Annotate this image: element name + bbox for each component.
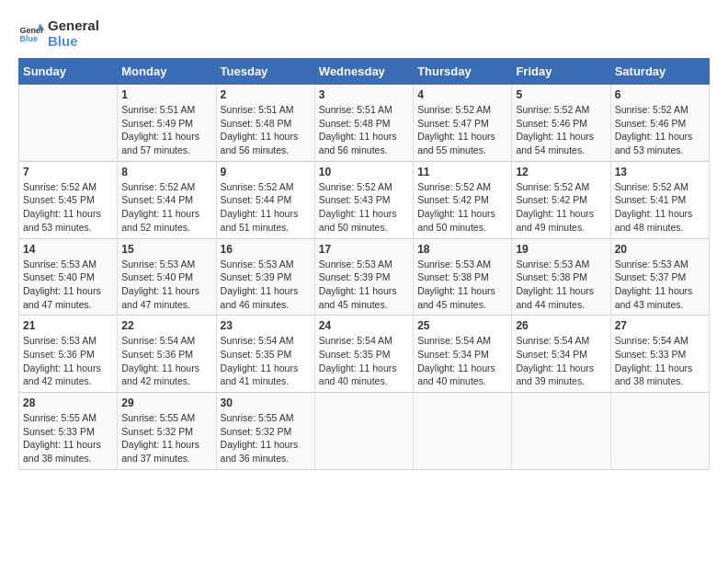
calendar-cell: 27Sunrise: 5:54 AM Sunset: 5:33 PM Dayli… — [610, 316, 709, 393]
col-header-thursday: Thursday — [414, 59, 512, 85]
day-info: Sunrise: 5:54 AM Sunset: 5:34 PM Dayligh… — [516, 334, 606, 388]
day-info: Sunrise: 5:51 AM Sunset: 5:48 PM Dayligh… — [221, 103, 311, 157]
calendar-week-5: 28Sunrise: 5:55 AM Sunset: 5:33 PM Dayli… — [19, 393, 710, 470]
day-number: 8 — [121, 166, 211, 178]
logo: General Blue General Blue — [18, 18, 99, 49]
day-number: 4 — [417, 88, 507, 101]
day-number: 22 — [121, 319, 211, 332]
calendar-cell — [314, 393, 413, 470]
day-info: Sunrise: 5:53 AM Sunset: 5:38 PM Dayligh… — [417, 258, 507, 312]
day-number: 2 — [221, 88, 311, 101]
header: General Blue General Blue — [18, 18, 710, 49]
calendar-week-4: 21Sunrise: 5:53 AM Sunset: 5:36 PM Dayli… — [19, 316, 710, 393]
day-info: Sunrise: 5:52 AM Sunset: 5:44 PM Dayligh… — [221, 180, 311, 235]
day-number: 17 — [319, 243, 409, 256]
calendar-cell: 13Sunrise: 5:52 AM Sunset: 5:41 PM Dayli… — [610, 161, 709, 238]
day-info: Sunrise: 5:55 AM Sunset: 5:32 PM Dayligh… — [221, 411, 311, 465]
calendar-cell: 8Sunrise: 5:52 AM Sunset: 5:44 PM Daylig… — [118, 161, 216, 238]
day-number: 12 — [516, 166, 606, 178]
calendar-cell: 9Sunrise: 5:52 AM Sunset: 5:44 PM Daylig… — [216, 161, 314, 238]
day-number: 10 — [319, 166, 409, 178]
day-info: Sunrise: 5:55 AM Sunset: 5:32 PM Dayligh… — [121, 411, 211, 465]
day-info: Sunrise: 5:52 AM Sunset: 5:46 PM Dayligh… — [615, 103, 705, 157]
calendar-cell: 24Sunrise: 5:54 AM Sunset: 5:35 PM Dayli… — [314, 316, 413, 393]
calendar-cell: 18Sunrise: 5:53 AM Sunset: 5:38 PM Dayli… — [414, 238, 512, 316]
day-info: Sunrise: 5:52 AM Sunset: 5:47 PM Dayligh… — [417, 103, 507, 157]
calendar-cell: 4Sunrise: 5:52 AM Sunset: 5:47 PM Daylig… — [414, 85, 512, 162]
day-info: Sunrise: 5:53 AM Sunset: 5:39 PM Dayligh… — [319, 258, 409, 312]
day-number: 24 — [319, 319, 409, 332]
day-number: 14 — [23, 243, 113, 256]
calendar-cell: 28Sunrise: 5:55 AM Sunset: 5:33 PM Dayli… — [19, 393, 118, 470]
day-info: Sunrise: 5:53 AM Sunset: 5:38 PM Dayligh… — [516, 258, 606, 312]
calendar-cell: 6Sunrise: 5:52 AM Sunset: 5:46 PM Daylig… — [610, 85, 709, 162]
col-header-sunday: Sunday — [19, 59, 118, 85]
day-number: 28 — [23, 396, 113, 409]
day-info: Sunrise: 5:52 AM Sunset: 5:44 PM Dayligh… — [121, 180, 211, 235]
calendar-cell: 2Sunrise: 5:51 AM Sunset: 5:48 PM Daylig… — [216, 85, 314, 162]
day-info: Sunrise: 5:54 AM Sunset: 5:34 PM Dayligh… — [417, 334, 507, 388]
day-info: Sunrise: 5:53 AM Sunset: 5:39 PM Dayligh… — [221, 258, 311, 312]
day-number: 27 — [615, 319, 705, 332]
day-number: 19 — [516, 243, 606, 256]
calendar-cell: 14Sunrise: 5:53 AM Sunset: 5:40 PM Dayli… — [19, 238, 118, 316]
calendar-week-3: 14Sunrise: 5:53 AM Sunset: 5:40 PM Dayli… — [19, 238, 710, 316]
day-info: Sunrise: 5:54 AM Sunset: 5:35 PM Dayligh… — [221, 334, 311, 388]
calendar-cell: 21Sunrise: 5:53 AM Sunset: 5:36 PM Dayli… — [19, 316, 118, 393]
day-number: 30 — [221, 396, 311, 409]
calendar-cell: 1Sunrise: 5:51 AM Sunset: 5:49 PM Daylig… — [118, 85, 216, 162]
day-info: Sunrise: 5:51 AM Sunset: 5:49 PM Dayligh… — [121, 103, 211, 157]
day-number: 9 — [221, 166, 311, 178]
day-number: 20 — [615, 243, 705, 256]
logo-general-text: General — [48, 18, 99, 34]
day-info: Sunrise: 5:52 AM Sunset: 5:41 PM Dayligh… — [615, 180, 705, 235]
day-number: 29 — [121, 396, 211, 409]
calendar-cell: 23Sunrise: 5:54 AM Sunset: 5:35 PM Dayli… — [216, 316, 314, 393]
calendar-week-2: 7Sunrise: 5:52 AM Sunset: 5:45 PM Daylig… — [19, 161, 710, 238]
calendar-cell: 17Sunrise: 5:53 AM Sunset: 5:39 PM Dayli… — [314, 238, 413, 316]
day-number: 7 — [23, 166, 113, 178]
calendar-cell: 5Sunrise: 5:52 AM Sunset: 5:46 PM Daylig… — [512, 85, 610, 162]
calendar-cell: 7Sunrise: 5:52 AM Sunset: 5:45 PM Daylig… — [19, 161, 118, 238]
calendar-cell: 22Sunrise: 5:54 AM Sunset: 5:36 PM Dayli… — [118, 316, 216, 393]
col-header-tuesday: Tuesday — [216, 59, 314, 85]
day-info: Sunrise: 5:54 AM Sunset: 5:33 PM Dayligh… — [615, 334, 705, 388]
day-number: 21 — [23, 319, 113, 332]
calendar-cell: 19Sunrise: 5:53 AM Sunset: 5:38 PM Dayli… — [512, 238, 610, 316]
day-info: Sunrise: 5:52 AM Sunset: 5:42 PM Dayligh… — [417, 180, 507, 235]
calendar-table: SundayMondayTuesdayWednesdayThursdayFrid… — [18, 58, 710, 470]
day-number: 6 — [615, 88, 705, 101]
day-info: Sunrise: 5:52 AM Sunset: 5:46 PM Dayligh… — [516, 103, 606, 157]
day-number: 23 — [221, 319, 311, 332]
col-header-monday: Monday — [118, 59, 216, 85]
day-number: 5 — [516, 88, 606, 101]
day-number: 13 — [615, 166, 705, 178]
calendar-cell: 15Sunrise: 5:53 AM Sunset: 5:40 PM Dayli… — [118, 238, 216, 316]
day-number: 11 — [417, 166, 507, 178]
calendar-header-row: SundayMondayTuesdayWednesdayThursdayFrid… — [19, 59, 710, 85]
day-number: 16 — [221, 243, 311, 256]
day-number: 25 — [417, 319, 507, 332]
calendar-cell: 10Sunrise: 5:52 AM Sunset: 5:43 PM Dayli… — [314, 161, 413, 238]
col-header-friday: Friday — [512, 59, 610, 85]
day-number: 3 — [319, 88, 409, 101]
day-info: Sunrise: 5:54 AM Sunset: 5:36 PM Dayligh… — [121, 334, 211, 388]
day-number: 15 — [121, 243, 211, 256]
day-number: 18 — [417, 243, 507, 256]
calendar-cell: 25Sunrise: 5:54 AM Sunset: 5:34 PM Dayli… — [414, 316, 512, 393]
calendar-cell — [19, 85, 118, 162]
day-info: Sunrise: 5:52 AM Sunset: 5:43 PM Dayligh… — [319, 180, 409, 235]
col-header-saturday: Saturday — [610, 59, 709, 85]
day-info: Sunrise: 5:53 AM Sunset: 5:36 PM Dayligh… — [23, 334, 113, 388]
logo-icon: General Blue — [18, 21, 44, 47]
calendar-cell: 26Sunrise: 5:54 AM Sunset: 5:34 PM Dayli… — [512, 316, 610, 393]
day-info: Sunrise: 5:51 AM Sunset: 5:48 PM Dayligh… — [319, 103, 409, 157]
calendar-cell: 3Sunrise: 5:51 AM Sunset: 5:48 PM Daylig… — [314, 85, 413, 162]
day-number: 1 — [121, 88, 211, 101]
calendar-cell — [512, 393, 610, 470]
svg-text:Blue: Blue — [19, 34, 38, 43]
calendar-week-1: 1Sunrise: 5:51 AM Sunset: 5:49 PM Daylig… — [19, 85, 710, 162]
logo-blue-text: Blue — [48, 34, 99, 50]
calendar-cell: 20Sunrise: 5:53 AM Sunset: 5:37 PM Dayli… — [610, 238, 709, 316]
calendar-cell: 30Sunrise: 5:55 AM Sunset: 5:32 PM Dayli… — [216, 393, 314, 470]
